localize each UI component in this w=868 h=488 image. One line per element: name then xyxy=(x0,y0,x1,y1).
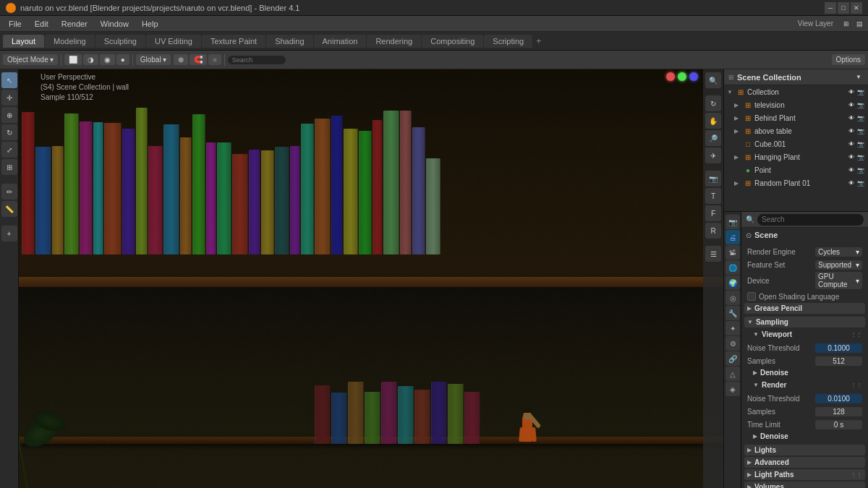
prop-modifier-icon[interactable]: 🔧 xyxy=(726,306,740,320)
options-btn[interactable]: Options xyxy=(832,54,865,65)
prop-scene-icon[interactable]: 🌐 xyxy=(726,260,740,275)
fly-btn[interactable]: ✈ xyxy=(705,147,721,163)
viewport-noise-value[interactable]: 0.1000 xyxy=(815,343,862,353)
scale-tool[interactable]: ⤢ xyxy=(1,142,17,158)
orbit-btn[interactable]: ↻ xyxy=(705,95,721,111)
open-shading-checkbox[interactable] xyxy=(747,292,756,301)
tree-item-point[interactable]: ● Point 👁 📷 xyxy=(724,163,868,176)
tab-animation[interactable]: Animation xyxy=(314,35,367,48)
global-dropdown[interactable]: Global ▾ xyxy=(136,54,171,65)
tab-scripting[interactable]: Scripting xyxy=(484,35,532,48)
viewport-samples-value[interactable]: 512 xyxy=(815,356,862,366)
view-layer-selector[interactable]: ▤ xyxy=(854,18,865,30)
tree-item-behind-plant[interactable]: ▶ ⊞ Behind Plant 👁 📷 xyxy=(724,111,868,124)
cursor-tool[interactable]: ✛ xyxy=(1,90,17,106)
visibility-btn-hanging-plant[interactable]: 👁 xyxy=(847,154,856,160)
prop-data-icon[interactable]: △ xyxy=(726,367,740,381)
tab-texture-paint[interactable]: Texture Paint xyxy=(202,35,265,48)
render-btn-random-plant[interactable]: 📷 xyxy=(856,180,865,187)
add-workspace-btn[interactable]: + xyxy=(536,36,541,46)
visibility-btn-cube[interactable]: 👁 xyxy=(847,141,856,147)
rendered-btn[interactable]: ● xyxy=(116,54,129,65)
render-noise-value[interactable]: 0.0100 xyxy=(815,394,862,403)
view-right[interactable]: R xyxy=(705,223,721,239)
prop-render-icon[interactable]: 📷 xyxy=(726,215,740,229)
add-tool[interactable]: + xyxy=(1,226,17,241)
render-samples-value[interactable]: 128 xyxy=(815,407,862,416)
device-value[interactable]: GPU Compute ▾ xyxy=(815,272,862,289)
tab-rendering[interactable]: Rendering xyxy=(367,35,421,48)
tree-item-collection[interactable]: ▼ ⊞ Collection 👁 📷 xyxy=(724,85,868,98)
time-limit-value[interactable]: 0 s xyxy=(815,420,862,429)
rotate-tool[interactable]: ↻ xyxy=(1,124,17,140)
annotate-tool[interactable]: ✏ xyxy=(1,184,17,200)
prop-world-icon[interactable]: 🌍 xyxy=(726,275,740,290)
menu-help[interactable]: Help xyxy=(136,18,164,30)
tree-item-hanging-plant[interactable]: ▶ ⊞ Hanging Plant 👁 📷 xyxy=(724,150,868,163)
select-tool[interactable]: ↖ xyxy=(1,72,17,88)
prop-object-icon[interactable]: ◎ xyxy=(726,291,740,305)
viewport-subsection-header[interactable]: ▼ Viewport ⋮⋮ xyxy=(750,329,865,340)
tab-modeling[interactable]: Modeling xyxy=(45,35,95,48)
move-tool[interactable]: ⊕ xyxy=(1,107,17,123)
view-top[interactable]: T xyxy=(705,188,721,204)
tab-uv-editing[interactable]: UV Editing xyxy=(146,35,201,48)
render-btn-above-table[interactable]: 📷 xyxy=(856,128,865,134)
render-btn-behind-plant[interactable]: 📷 xyxy=(856,115,865,121)
denoise2-header[interactable]: ▶ Denoise xyxy=(750,431,865,442)
advanced-header[interactable]: ▶ Advanced xyxy=(744,457,865,468)
prop-view-layer-icon[interactable]: 📽 xyxy=(726,245,740,260)
volumes-header[interactable]: ▶ Volumes xyxy=(744,481,865,488)
sampling-header[interactable]: ▼ Sampling xyxy=(744,317,865,328)
prop-constraints-icon[interactable]: 🔗 xyxy=(726,351,740,366)
tab-layout[interactable]: Layout xyxy=(3,35,44,48)
material-btn[interactable]: ◉ xyxy=(100,54,115,65)
prop-output-icon[interactable]: 🖨 xyxy=(726,230,740,244)
menu-file[interactable]: File xyxy=(3,18,27,30)
minimize-button[interactable]: ─ xyxy=(825,2,836,14)
prop-physics-icon[interactable]: ⚙ xyxy=(726,336,740,351)
tree-item-above-table[interactable]: ▶ ⊞ above table 👁 📷 xyxy=(724,124,868,137)
proportional-btn[interactable]: ○ xyxy=(208,54,221,65)
render-btn-collection[interactable]: 📷 xyxy=(856,89,865,95)
render-engine-value[interactable]: Cycles ▾ xyxy=(815,247,862,257)
wireframe-btn[interactable]: ⬜ xyxy=(64,54,82,65)
filter-btn[interactable]: ▼ xyxy=(854,72,864,82)
denoise-header[interactable]: ▶ Denoise xyxy=(750,367,865,378)
view-xray[interactable]: ☰ xyxy=(705,246,721,262)
grease-pencil-header[interactable]: ▶ Grease Pencil xyxy=(744,303,865,314)
menu-render[interactable]: Render xyxy=(56,18,93,30)
menu-window[interactable]: Window xyxy=(95,18,135,30)
solid-btn[interactable]: ◑ xyxy=(83,54,98,65)
visibility-btn-above-table[interactable]: 👁 xyxy=(847,128,856,134)
render-btn-cube[interactable]: 📷 xyxy=(856,141,865,147)
tab-shading[interactable]: Shading xyxy=(266,35,312,48)
visibility-btn-television[interactable]: 👁 xyxy=(847,102,856,108)
view-front[interactable]: F xyxy=(705,205,721,221)
pivot-btn[interactable]: ⊕ xyxy=(174,54,188,65)
transform-tool[interactable]: ⊞ xyxy=(1,159,17,175)
maximize-button[interactable]: □ xyxy=(838,2,849,14)
light-paths-header[interactable]: ▶ Light Paths ⋮⋮ xyxy=(744,469,865,480)
snap-btn[interactable]: 🧲 xyxy=(190,54,207,65)
tab-compositing[interactable]: Compositing xyxy=(422,35,483,48)
tab-sculpting[interactable]: Sculpting xyxy=(95,35,145,48)
prop-material-icon[interactable]: ◈ xyxy=(726,382,740,396)
visibility-btn-behind-plant[interactable]: 👁 xyxy=(847,115,856,121)
render-subsection-header[interactable]: ▼ Render ⋮⋮ xyxy=(750,380,865,390)
scene-selector[interactable]: ⊞ xyxy=(841,18,852,30)
zoom-btn[interactable]: 🔎 xyxy=(705,130,721,146)
menu-edit[interactable]: Edit xyxy=(29,18,54,30)
prop-particles-icon[interactable]: ✦ xyxy=(726,321,740,335)
measure-tool[interactable]: 📏 xyxy=(1,201,17,217)
props-search-input[interactable] xyxy=(757,214,864,226)
tree-item-television[interactable]: ▶ ⊞ television 👁 📷 xyxy=(724,98,868,111)
render-btn-point[interactable]: 📷 xyxy=(856,167,865,174)
nav-zoom-btn[interactable]: 🔍 xyxy=(705,72,721,88)
feature-set-value[interactable]: Supported ▾ xyxy=(815,260,862,270)
viewport[interactable]: User Perspective (S4) Scene Collection |… xyxy=(19,69,723,488)
tree-item-random-plant[interactable]: ▶ ⊞ Random Plant 01 👁 📷 xyxy=(724,176,868,189)
pan-btn[interactable]: ✋ xyxy=(705,113,721,129)
visibility-btn-point[interactable]: 👁 xyxy=(847,167,856,174)
tree-item-cube[interactable]: □ Cube.001 👁 📷 xyxy=(724,137,868,150)
